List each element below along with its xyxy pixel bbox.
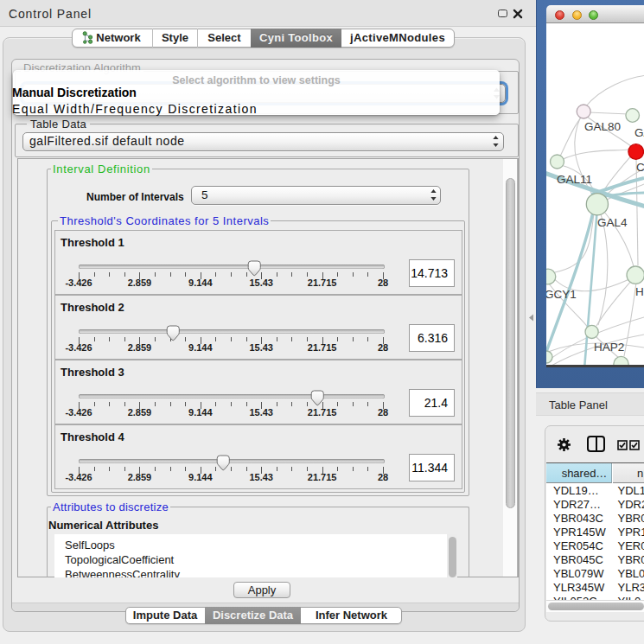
svg-text:GAL11: GAL11 <box>557 173 592 186</box>
svg-text:GAL4: GAL4 <box>597 216 628 229</box>
svg-text:GA: GA <box>634 126 644 139</box>
svg-text:C: C <box>636 161 644 174</box>
svg-text:H: H <box>635 285 644 298</box>
svg-text:GCY1: GCY1 <box>546 288 577 301</box>
svg-text:HAP2: HAP2 <box>594 341 624 354</box>
svg-text:GAL80: GAL80 <box>584 120 621 133</box>
